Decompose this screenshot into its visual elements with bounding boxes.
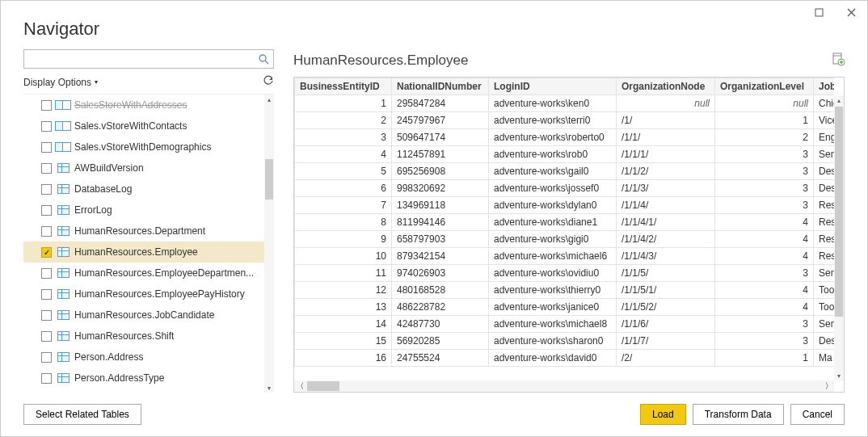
cell: 15	[295, 333, 392, 350]
checkbox[interactable]	[41, 205, 52, 216]
grid-scroll-up-icon[interactable]: ▴	[834, 95, 844, 105]
grid-scroll-thumb-v[interactable]	[835, 107, 843, 317]
grid-scroll-left-icon[interactable]: 〈	[294, 381, 305, 392]
tree-item[interactable]: HumanResources.JobCandidate	[23, 305, 264, 326]
tree-item[interactable]: Sales.vStoreWithContacts	[23, 116, 264, 137]
refresh-button[interactable]	[263, 75, 274, 89]
object-tree[interactable]: SalesStoreWithAddressesSales.vStoreWithC…	[23, 95, 264, 393]
search-icon[interactable]	[254, 54, 273, 65]
tree-item[interactable]: HumanResources.Department	[23, 221, 264, 242]
table-row[interactable]: 1295847284adventure-works\ken0nullnullCh…	[295, 95, 835, 112]
scroll-down-icon[interactable]: ▾	[264, 383, 274, 393]
tree-scrollbar[interactable]: ▴ ▾	[264, 95, 274, 393]
table-row[interactable]: 7134969118adventure-works\dylan0/1/1/4/3…	[295, 197, 835, 214]
table-row[interactable]: 13486228782adventure-works\janice0/1/1/5…	[295, 299, 835, 316]
svg-rect-0	[815, 9, 823, 16]
tree-item[interactable]: HumanResources.EmployeeDepartmen...	[23, 263, 264, 284]
checkbox[interactable]	[41, 100, 52, 111]
checkbox[interactable]	[41, 310, 52, 321]
table-icon	[57, 204, 70, 216]
grid-horizontal-scrollbar[interactable]: 〈 〉	[294, 380, 834, 392]
grid-scroll-thumb-h[interactable]	[307, 381, 339, 391]
tree-item[interactable]: ErrorLog	[23, 200, 264, 221]
checkbox[interactable]	[41, 184, 52, 195]
column-header[interactable]: NationalIDNumber	[392, 78, 489, 95]
table-row[interactable]: 9658797903adventure-works\gigi0/1/1/4/2/…	[295, 231, 835, 248]
checkbox[interactable]	[41, 163, 52, 174]
checkbox[interactable]	[41, 289, 52, 300]
table-row[interactable]: 6998320692adventure-works\jossef0/1/1/3/…	[295, 180, 835, 197]
cancel-button[interactable]: Cancel	[790, 404, 845, 425]
table-row[interactable]: 4112457891adventure-works\rob0/1/1/1/3Se…	[295, 146, 835, 163]
grid-scroll-right-icon[interactable]: 〉	[823, 381, 834, 392]
transform-data-button[interactable]: Transform Data	[693, 404, 784, 425]
tree-item[interactable]: HumanResources.EmployeePayHistory	[23, 284, 264, 305]
cell: 10	[295, 248, 392, 265]
search-input[interactable]	[24, 52, 254, 66]
close-icon	[847, 8, 856, 17]
checkbox[interactable]	[41, 331, 52, 342]
cell: 5	[295, 163, 392, 180]
cell: adventure-works\sharon0	[489, 333, 617, 350]
add-column-button[interactable]	[832, 53, 845, 69]
load-button[interactable]: Load	[640, 404, 686, 425]
table-row[interactable]: 5695256908adventure-works\gail0/1/1/2/3D…	[295, 163, 835, 180]
column-header[interactable]: OrganizationLevel	[715, 78, 814, 95]
table-row[interactable]: 1442487730adventure-works\michael8/1/1/6…	[295, 316, 835, 333]
cell: adventure-works\thierry0	[489, 282, 617, 299]
cell: Res	[814, 214, 835, 231]
table-row[interactable]: 11974026903adventure-works\ovidiu0/1/1/5…	[295, 265, 835, 282]
maximize-button[interactable]	[803, 1, 835, 23]
tree-item-label: ErrorLog	[74, 204, 264, 216]
checkbox[interactable]	[41, 121, 52, 132]
cell: adventure-works\ovidiu0	[489, 265, 617, 282]
column-header[interactable]: LoginID	[489, 78, 617, 95]
table-row[interactable]: 3509647174adventure-works\roberto0/1/1/2…	[295, 129, 835, 146]
scroll-up-icon[interactable]: ▴	[264, 95, 274, 104]
checkbox[interactable]: ✓	[41, 247, 52, 258]
grid-vertical-scrollbar[interactable]: ▴ ▾	[834, 95, 844, 380]
column-header[interactable]: BusinessEntityID	[295, 78, 392, 95]
tree-item[interactable]: ✓HumanResources.Employee	[23, 242, 264, 263]
checkbox[interactable]	[41, 373, 52, 384]
display-options-dropdown[interactable]: Display Options ▾	[23, 77, 98, 88]
tree-item-label: HumanResources.Shift	[74, 330, 264, 342]
table-icon	[57, 246, 70, 258]
right-pane: HumanResources.Employee BusinessEntityID…	[293, 49, 845, 393]
column-header[interactable]: OrganizationNode	[617, 78, 715, 95]
table-row[interactable]: 1624755524adventure-works\david0/2/1Ma	[295, 350, 835, 367]
cell: 4	[715, 214, 814, 231]
checkbox[interactable]	[41, 268, 52, 279]
left-pane: Display Options ▾ SalesStoreWithAddresse…	[23, 49, 274, 393]
column-header[interactable]: JobTitle	[814, 78, 835, 95]
checkbox[interactable]	[41, 226, 52, 237]
tree-item-label: Sales.vStoreWithContacts	[74, 120, 264, 132]
tree-item[interactable]: Sales.vStoreWithDemographics	[23, 137, 264, 158]
tree-item[interactable]: AWBuildVersion	[23, 158, 264, 179]
table-row[interactable]: 12480168528adventure-works\thierry0/1/1/…	[295, 282, 835, 299]
tree-item[interactable]: Person.AddressType	[23, 368, 264, 389]
cell: 3	[715, 163, 814, 180]
close-button[interactable]	[835, 1, 867, 23]
tree-item[interactable]: Person.Address	[23, 347, 264, 368]
cell: Ma	[814, 350, 835, 367]
checkbox[interactable]	[41, 352, 52, 363]
scroll-thumb[interactable]	[265, 159, 273, 200]
select-related-tables-button[interactable]: Select Related Tables	[23, 404, 141, 425]
checkbox[interactable]	[41, 142, 52, 153]
table-row[interactable]: 10879342154adventure-works\michael6/1/1/…	[295, 248, 835, 265]
data-grid[interactable]: BusinessEntityIDNationalIDNumberLoginIDO…	[293, 77, 845, 393]
cell: /1/1/6/	[617, 316, 715, 333]
cell: adventure-works\michael6	[489, 248, 617, 265]
cell: Sen	[814, 146, 835, 163]
cell: 4	[715, 282, 814, 299]
tree-item[interactable]: HumanResources.Shift	[23, 326, 264, 347]
search-box[interactable]	[23, 49, 274, 69]
tree-item[interactable]: DatabaseLog	[23, 179, 264, 200]
table-row[interactable]: 1556920285adventure-works\sharon0/1/1/7/…	[295, 333, 835, 350]
tree-item[interactable]: SalesStoreWithAddresses	[23, 95, 264, 116]
table-icon	[57, 351, 70, 363]
grid-scroll-down-icon[interactable]: ▾	[834, 371, 844, 380]
table-row[interactable]: 2245797967adventure-works\terri0/1/1Vice	[295, 112, 835, 129]
table-row[interactable]: 8811994146adventure-works\diane1/1/1/4/1…	[295, 214, 835, 231]
